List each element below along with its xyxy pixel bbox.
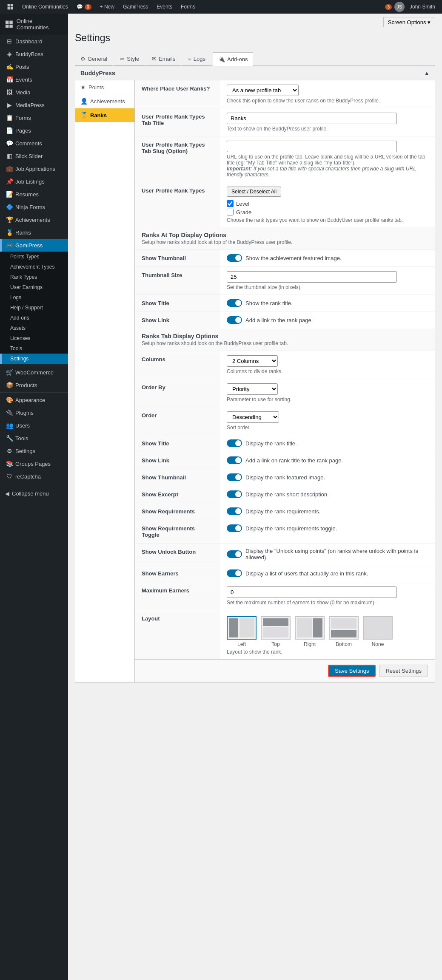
sidebar-item-user-earnings[interactable]: User Earnings [0,282,68,292]
show-excerpt-toggle[interactable] [227,490,242,498]
level-checkbox-label: Level [236,201,249,207]
sidebar-item-ninja-forms[interactable]: 🔷 Ninja Forms [0,201,68,213]
new-link[interactable]: + New [97,0,118,14]
sidebar-item-job-listings[interactable]: 📌 Job Listings [0,175,68,188]
sidebar-item-settings-main[interactable]: ⚙ Settings [0,445,68,457]
sidebar-item-assets[interactable]: Assets [0,323,68,333]
settings-menu-points-label: Points [88,84,104,91]
sidebar-item-events[interactable]: 📅 Events [0,73,68,86]
user-name[interactable]: John Smith [406,0,439,14]
sidebar-item-posts[interactable]: ✍ Posts [0,60,68,73]
grade-checkbox[interactable] [227,209,234,215]
sidebar-item-recaptcha[interactable]: 🛡 reCaptcha [0,470,68,483]
sidebar-item-comments[interactable]: 💬 Comments [0,137,68,150]
show-link-tab-toggle[interactable] [227,456,242,464]
pages-icon: 📄 [6,127,13,134]
sidebar-item-tools[interactable]: Tools [0,343,68,354]
layout-option-right[interactable]: Right [295,616,325,647]
site-name[interactable]: Online Communities [19,0,71,14]
sidebar-item-plugins[interactable]: 🔌 Plugins [0,406,68,419]
comments-link[interactable]: 💬 0 [73,0,95,14]
show-title-tab-label: Show Title [135,435,220,452]
thumbnail-size-desc: Set the thumbnail size (in pixels). [227,284,428,290]
sidebar-item-products[interactable]: 📦 Products [0,379,68,391]
sidebar-item-points-types[interactable]: Points Types [0,252,68,262]
order-by-select[interactable]: Priority Date Title Random [227,383,278,395]
sidebar-item-job-applications[interactable]: 💼 Job Applications [0,162,68,175]
sidebar-item-woocommerce[interactable]: 🛒 WooCommerce [0,366,68,379]
settings-wrap: BuddyPress ▲ ★ Points 👤 Achievements 🏅 [75,66,435,683]
show-thumbnail-tab-toggle[interactable] [227,473,242,481]
layout-option-bottom[interactable]: Bottom [329,616,359,647]
sidebar-item-mediapress[interactable]: ▶ MediaPress [0,99,68,111]
layout-option-left[interactable]: Left [227,616,257,647]
tab-slug-input[interactable] [227,141,397,152]
show-requirements-toggle[interactable] [227,507,242,515]
site-icon[interactable] [3,0,17,14]
screen-options-button[interactable]: Screen Options ▾ [383,17,435,27]
show-requirements-toggle-wrap: Display the rank requirements. [227,507,428,515]
sidebar-item-resumes[interactable]: 📝 Resumes [0,188,68,201]
sidebar-brand[interactable]: Online Communities [0,14,68,35]
maximum-earners-input[interactable] [227,586,397,598]
level-checkbox[interactable] [227,200,234,207]
sidebar-item-buddyboss[interactable]: ◈ BuddyBoss [0,48,68,60]
tab-emails[interactable]: ✉ Emails [146,52,181,65]
tab-general[interactable]: ⚙ General [75,52,113,65]
sidebar-item-rank-types[interactable]: Rank Types [0,272,68,282]
sidebar-item-achievements[interactable]: 🏆 Achievements [0,213,68,226]
show-title-top-toggle[interactable] [227,299,242,307]
settings-menu-ranks[interactable]: 🏅 Ranks [75,108,134,122]
layout-option-top[interactable]: Top [261,616,291,647]
collapse-menu-button[interactable]: ◀ Collapse menu [0,486,68,501]
sidebar-label-pages: Pages [15,127,31,134]
layout-option-none[interactable]: None [363,616,393,647]
sidebar-item-add-ons[interactable]: Add-ons [0,313,68,323]
show-requirements-toggle-toggle[interactable] [227,524,242,532]
show-title-top-label: Show Title [135,295,220,312]
show-earners-toggle[interactable] [227,569,242,577]
gamipress-link[interactable]: GamiPress [120,0,151,14]
sidebar-item-tools-main[interactable]: 🔧 Tools [0,432,68,445]
tab-title-input[interactable] [227,113,397,124]
sidebar-item-help-support[interactable]: Help / Support [0,303,68,313]
settings-table-tab-display: Columns 1 Column 2 Columns 3 Columns 4 C… [135,351,435,659]
columns-select[interactable]: 1 Column 2 Columns 3 Columns 4 Columns [227,355,278,367]
collapse-section-icon[interactable]: ▲ [424,70,430,76]
sidebar-item-achievement-types[interactable]: Achievement Types [0,262,68,272]
order-select[interactable]: Descending Ascending [227,411,279,423]
achievements-icon: 🏆 [6,216,13,223]
sidebar-item-ranks[interactable]: 🏅 Ranks [0,226,68,239]
sidebar-item-groups-pages[interactable]: 📚 Groups Pages [0,457,68,470]
thumbnail-size-input[interactable] [227,271,397,283]
show-title-tab-toggle[interactable] [227,439,242,447]
sidebar-item-appearance[interactable]: 🎨 Appearance [0,394,68,406]
sidebar-item-settings-sub[interactable]: Settings [0,354,68,364]
sidebar-item-dashboard[interactable]: ⊟ Dashboard [0,35,68,48]
setting-row-columns: Columns 1 Column 2 Columns 3 Columns 4 C… [135,351,435,379]
settings-menu-points[interactable]: ★ Points [75,80,134,94]
sidebar-item-slick-slider[interactable]: ◧ Slick Slider [0,150,68,162]
select-deselect-all-btn[interactable]: Select / Deselect All [227,187,281,197]
sidebar-item-users[interactable]: 👥 Users [0,419,68,432]
sidebar-item-gamipress[interactable]: 🎮 GamiPress [0,239,68,252]
tab-logs[interactable]: ≡ Logs [183,52,211,65]
settings-menu-achievements[interactable]: 👤 Achievements [75,94,134,108]
where-place-ranks-select[interactable]: As a new profile tab In existing tab Dis… [227,85,299,96]
show-link-top-toggle[interactable] [227,316,242,324]
tab-style[interactable]: ✏ Style [114,52,145,65]
tab-addons[interactable]: 🔌 Add-ons [213,52,253,66]
sidebar-item-pages[interactable]: 📄 Pages [0,124,68,137]
sidebar-label-points-types: Points Types [10,254,39,260]
sidebar-item-forms[interactable]: 📋 Forms [0,111,68,124]
sidebar-item-logs[interactable]: Logs [0,292,68,303]
show-thumbnail-top-toggle[interactable] [227,254,242,262]
sidebar-item-media[interactable]: 🖼 Media [0,86,68,99]
events-link[interactable]: Events [153,0,176,14]
reset-settings-button[interactable]: Reset Settings [379,665,428,677]
show-unlock-button-toggle[interactable] [227,550,242,558]
save-settings-button[interactable]: Save Settings [328,665,376,677]
forms-link[interactable]: Forms [177,0,199,14]
order-desc: Sort order. [227,425,428,431]
sidebar-item-licenses[interactable]: Licenses [0,333,68,343]
